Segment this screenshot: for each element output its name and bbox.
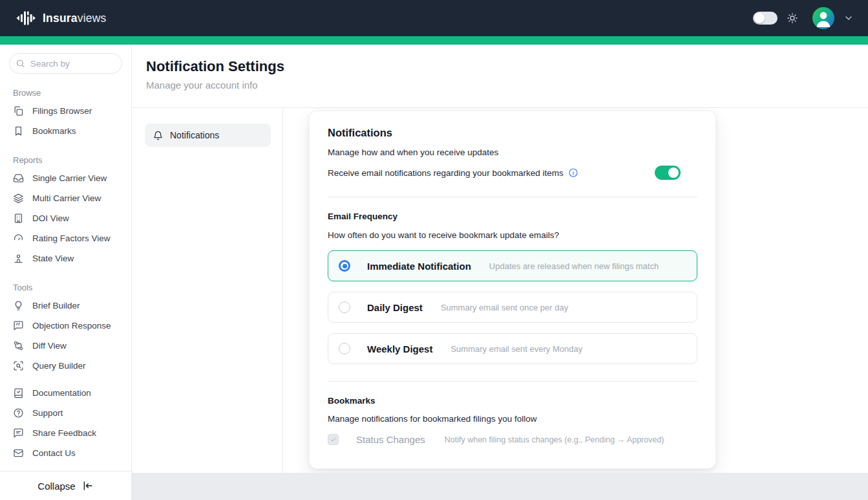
bookmark-option-status-changes: Status ChangesNotify when filing status … [328, 434, 697, 445]
bell-icon [153, 130, 164, 141]
search-icon [16, 59, 25, 69]
content: Notifications Notifications Manage how a… [132, 108, 868, 473]
layers-icon [13, 193, 24, 204]
sidebar-item-label: DOI View [32, 213, 69, 223]
settings-nav: Notifications [132, 108, 283, 473]
sidebar-item-label: State View [32, 254, 74, 263]
sidebar-item-contact-us[interactable]: Contact Us [0, 443, 131, 463]
sidebar-item-label: Diff View [32, 341, 67, 351]
sidebar-nav: BrowseFilings BrowserBookmarksReportsSin… [0, 74, 131, 376]
scan-search-icon [13, 360, 24, 371]
message-square-icon [13, 428, 24, 439]
app-root: Insuraviews BrowseFilings BrowserBookmar… [0, 0, 868, 500]
info-icon[interactable] [568, 168, 578, 178]
main: Notification Settings Manage your accoun… [132, 45, 868, 500]
frequency-option-daily-digest[interactable]: Daily DigestSummary email sent once per … [328, 292, 697, 323]
sidebar-item-label: Objection Response [32, 321, 111, 331]
brand[interactable]: Insuraviews [14, 10, 106, 27]
sidebar-section-label-tools: Tools [0, 283, 131, 292]
sidebar-item-label: Contact Us [32, 448, 76, 458]
page-subtitle: Manage your account info [146, 80, 868, 91]
frequency-option-immediate-notification[interactable]: Immediate NotificationUpdates are releas… [328, 250, 697, 281]
sidebar-item-state-view[interactable]: State View [0, 248, 131, 268]
sidebar-item-single-carrier-view[interactable]: Single Carrier View [0, 168, 131, 188]
settings-nav-label: Notifications [170, 130, 219, 140]
checkbox-status-changes[interactable] [328, 434, 339, 445]
email-frequency-question: How often do you want to receive bookmar… [328, 230, 697, 240]
sidebar-item-query-builder[interactable]: Query Builder [0, 356, 131, 376]
brand-text: Insuraviews [43, 12, 106, 25]
sidebar-item-label: Filings Browser [32, 106, 92, 116]
option-description: Summary email sent every Monday [450, 344, 582, 354]
frequency-option-weekly-digest[interactable]: Weekly DigestSummary email sent every Mo… [328, 333, 697, 364]
theme-toggle[interactable] [753, 12, 778, 25]
sidebar: BrowseFilings BrowserBookmarksReportsSin… [0, 45, 132, 500]
brand-bold: Insura [43, 12, 78, 25]
accent-bar [0, 36, 868, 45]
radio-weekly-digest[interactable] [339, 343, 350, 354]
sidebar-spacer [0, 376, 131, 383]
toggle-knob [668, 168, 679, 178]
sidebar-item-label: Single Carrier View [32, 173, 107, 183]
divider [328, 381, 697, 382]
sidebar-item-label: Brief Builder [32, 301, 80, 310]
mail-icon [13, 448, 24, 459]
brand-light: views [78, 12, 107, 25]
email-frequency-title: Email Frequency [328, 212, 697, 221]
footer-strip [132, 473, 868, 500]
message-quote-icon [13, 320, 24, 331]
radio-daily-digest[interactable] [339, 301, 350, 313]
settings-nav-notifications[interactable]: Notifications [145, 124, 271, 147]
help-circle-icon [13, 408, 24, 418]
lightbulb-icon [13, 300, 24, 311]
option-description: Updates are released when new filings ma… [489, 261, 659, 271]
sidebar-item-bookmarks[interactable]: Bookmarks [0, 121, 131, 141]
person-map-icon [13, 253, 24, 264]
option-label: Daily Digest [367, 302, 423, 313]
card-description: Manage how and when you receive updates [328, 147, 697, 157]
email-toggle-row: Receive email notifications regarding yo… [328, 166, 697, 180]
bookmark-option-label: Status Changes [356, 434, 425, 445]
sidebar-item-label: Documentation [32, 388, 91, 398]
chevron-down-icon[interactable] [843, 13, 854, 23]
gauge-icon [13, 233, 24, 244]
inbox-icon [13, 173, 24, 184]
option-label: Immediate Notification [367, 261, 471, 272]
radio-immediate-notification[interactable] [339, 260, 350, 272]
collapse-icon [82, 480, 94, 492]
page-title: Notification Settings [146, 58, 868, 75]
theme-toggle-knob [754, 13, 765, 23]
sidebar-item-share-feedback[interactable]: Share Feedback [0, 423, 131, 443]
avatar[interactable] [812, 7, 834, 29]
sidebar-item-multi-carrier-view[interactable]: Multi Carrier View [0, 188, 131, 208]
sidebar-item-support[interactable]: Support [0, 403, 131, 423]
card-title: Notifications [328, 127, 697, 139]
collapse-label: Collapse [37, 481, 75, 492]
sidebar-section-label-browse: Browse [0, 88, 131, 98]
git-compare-icon [13, 340, 24, 351]
sidebar-item-doi-view[interactable]: DOI View [0, 208, 131, 228]
layout: BrowseFilings BrowserBookmarksReportsSin… [0, 45, 868, 500]
option-label: Weekly Digest [367, 343, 432, 354]
bookmark-options: Status ChangesNotify when filing status … [328, 434, 697, 445]
search-box [9, 53, 122, 74]
sidebar-item-label: Support [32, 408, 63, 418]
sidebar-item-filings-browser[interactable]: Filings Browser [0, 101, 131, 121]
sidebar-item-rating-factors-view[interactable]: Rating Factors View [0, 228, 131, 248]
email-notifications-toggle[interactable] [655, 166, 681, 180]
sidebar-section-label-reports: Reports [0, 155, 131, 165]
sidebar-item-diff-view[interactable]: Diff View [0, 336, 131, 356]
sidebar-item-documentation[interactable]: Documentation [0, 383, 131, 403]
sidebar-item-label: Share Feedback [32, 428, 96, 438]
topbar: Insuraviews [0, 0, 868, 36]
sidebar-item-label: Rating Factors View [32, 234, 111, 243]
sidebar-item-brief-builder[interactable]: Brief Builder [0, 296, 131, 316]
sidebar-item-label: Multi Carrier View [32, 193, 101, 203]
search-input[interactable] [9, 53, 122, 74]
bookmarks-description: Manage notifications for bookmarked fili… [328, 414, 697, 424]
sidebar-item-objection-response[interactable]: Objection Response [0, 316, 131, 336]
copy-icon [13, 105, 24, 116]
collapse-button[interactable]: Collapse [0, 471, 131, 500]
sidebar-item-label: Bookmarks [32, 126, 76, 136]
sidebar-item-label: Query Builder [32, 361, 86, 371]
